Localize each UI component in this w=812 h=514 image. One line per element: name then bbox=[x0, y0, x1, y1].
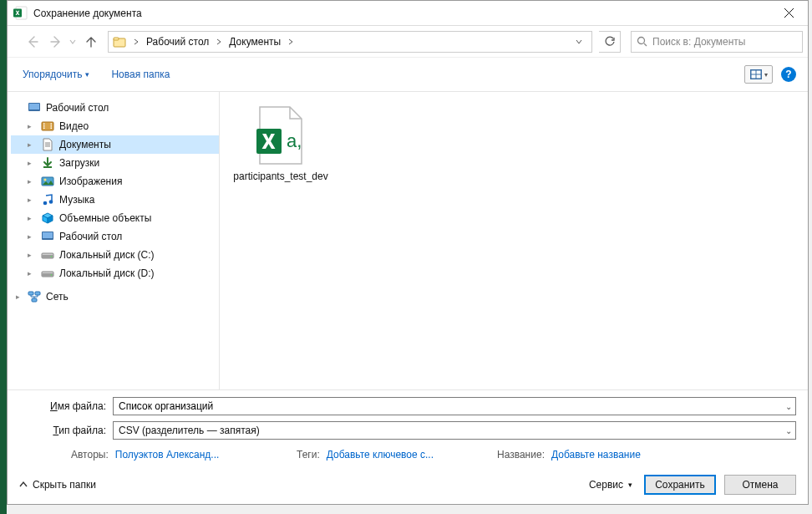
new-folder-button[interactable]: Новая папка bbox=[111, 69, 170, 80]
organize-menu[interactable]: Упорядочить ▾ bbox=[19, 65, 93, 84]
refresh-button[interactable] bbox=[599, 31, 621, 53]
hide-folders-button[interactable]: Скрыть папки bbox=[19, 479, 96, 491]
address-dropdown[interactable] bbox=[570, 38, 588, 45]
arrow-left-icon bbox=[26, 35, 39, 48]
hide-folders-label: Скрыть папки bbox=[33, 479, 96, 491]
address-bar[interactable]: Рабочий стол Документы bbox=[108, 31, 592, 53]
chevron-down-icon[interactable]: ⌄ bbox=[785, 426, 792, 435]
footer: Имя файла: ⌄ Тип файла: CSV (разделитель… bbox=[8, 390, 808, 466]
expand-icon[interactable]: ▸ bbox=[28, 140, 38, 149]
search-icon bbox=[637, 36, 647, 47]
breadcrumb-chevron[interactable] bbox=[130, 38, 142, 45]
tree-root-desktop[interactable]: Рабочий стол bbox=[11, 99, 219, 117]
titlebar: Сохранение документа bbox=[8, 1, 808, 26]
file-label: participants_test_dev bbox=[233, 170, 327, 184]
save-button[interactable]: Сохранить bbox=[644, 475, 716, 495]
svg-rect-18 bbox=[51, 128, 53, 130]
nav-forward-button[interactable] bbox=[46, 32, 66, 52]
svg-rect-34 bbox=[32, 298, 37, 302]
images-icon bbox=[41, 175, 54, 188]
nav-up-button[interactable] bbox=[81, 32, 101, 52]
navbar: Рабочий стол Документы bbox=[8, 26, 808, 58]
svg-point-22 bbox=[43, 201, 48, 206]
tree-item[interactable]: ▸Музыка bbox=[11, 191, 219, 209]
tree-item[interactable]: ▸Загрузки bbox=[11, 154, 219, 172]
breadcrumb-chevron[interactable] bbox=[285, 38, 297, 45]
tree-label: Загрузки bbox=[59, 157, 99, 169]
close-button[interactable] bbox=[769, 1, 808, 26]
expand-icon[interactable]: ▸ bbox=[16, 293, 26, 301]
tree-label: Объемные объекты bbox=[59, 212, 151, 224]
svg-rect-9 bbox=[756, 75, 760, 79]
tree-label: Локальный диск (C:) bbox=[59, 249, 155, 261]
tags-value[interactable]: Добавьте ключевое с... bbox=[327, 449, 434, 461]
chevron-down-icon[interactable]: ⌄ bbox=[785, 402, 792, 411]
tree-label: Изображения bbox=[59, 176, 122, 187]
body-area: Рабочий стол ▸Видео▸Документы▸Загрузки▸И… bbox=[8, 91, 808, 390]
arrow-up-icon bbox=[84, 35, 98, 48]
svg-rect-25 bbox=[43, 232, 53, 238]
command-bar: Упорядочить ▾ Новая папка ▾ ? bbox=[8, 58, 808, 91]
expand-icon[interactable]: ▸ bbox=[28, 177, 38, 186]
svg-point-4 bbox=[638, 38, 645, 44]
svg-rect-32 bbox=[28, 292, 33, 295]
nav-tree: Рабочий стол ▸Видео▸Документы▸Загрузки▸И… bbox=[8, 92, 220, 389]
drive-icon bbox=[41, 267, 54, 280]
tree-item[interactable]: ▸Локальный диск (C:) bbox=[11, 246, 219, 264]
view-mode-button[interactable]: ▾ bbox=[744, 65, 773, 84]
breadcrumb-segment[interactable]: Рабочий стол bbox=[142, 33, 213, 51]
breadcrumb-segment[interactable]: Документы bbox=[225, 33, 285, 51]
filename-input[interactable] bbox=[119, 400, 777, 412]
chevron-down-icon: ▾ bbox=[764, 71, 768, 79]
svg-point-21 bbox=[44, 179, 47, 181]
expand-icon[interactable]: ▸ bbox=[28, 232, 38, 241]
drive-icon bbox=[41, 248, 54, 262]
breadcrumb-chevron[interactable] bbox=[213, 38, 225, 45]
help-button[interactable]: ? bbox=[781, 67, 796, 82]
nav-back-button[interactable] bbox=[23, 32, 43, 52]
tools-label: Сервис bbox=[589, 479, 623, 491]
svg-rect-7 bbox=[756, 71, 760, 74]
action-row: Скрыть папки Сервис ▾ Сохранить Отмена bbox=[8, 466, 808, 504]
svg-rect-6 bbox=[751, 71, 755, 74]
expand-icon[interactable]: ▸ bbox=[28, 251, 38, 259]
video-icon bbox=[41, 120, 54, 133]
expand-icon[interactable]: ▸ bbox=[28, 269, 38, 277]
tree-item[interactable]: ▸Видео bbox=[11, 117, 219, 135]
tree-label: Документы bbox=[59, 139, 111, 150]
tree-item[interactable]: ▸Документы bbox=[11, 135, 219, 154]
tree-item[interactable]: ▸Объемные объекты bbox=[11, 209, 219, 227]
svg-rect-13 bbox=[43, 124, 45, 125]
search-box[interactable] bbox=[631, 31, 803, 53]
doc-title-value[interactable]: Добавьте название bbox=[551, 449, 641, 461]
expand-icon[interactable]: ▸ bbox=[28, 159, 38, 167]
nav-recent-dropdown[interactable] bbox=[69, 38, 78, 45]
dialog-title: Сохранение документа bbox=[33, 8, 769, 19]
tree-label: Сеть bbox=[46, 291, 69, 303]
file-list[interactable]: a, participants_test_dev bbox=[220, 92, 808, 389]
filetype-combobox[interactable]: CSV (разделитель — запятая) ⌄ bbox=[113, 421, 796, 440]
tree-item[interactable]: ▸Локальный диск (D:) bbox=[11, 264, 219, 282]
tree-network[interactable]: ▸ Сеть bbox=[11, 288, 219, 306]
desktop-icon bbox=[28, 101, 41, 115]
search-input[interactable] bbox=[652, 36, 797, 48]
chevron-up-icon bbox=[19, 481, 28, 489]
chevron-down-icon: ▾ bbox=[85, 70, 89, 79]
tools-menu[interactable]: Сервис ▾ bbox=[586, 479, 636, 491]
excel-app-accent bbox=[0, 0, 7, 514]
svg-point-31 bbox=[51, 274, 53, 276]
tree-item[interactable]: ▸Рабочий стол bbox=[11, 227, 219, 246]
expand-icon[interactable]: ▸ bbox=[28, 214, 38, 222]
file-item[interactable]: a, participants_test_dev bbox=[235, 104, 327, 184]
arrow-right-icon bbox=[49, 35, 63, 48]
svg-rect-14 bbox=[43, 125, 45, 127]
expand-icon[interactable]: ▸ bbox=[28, 196, 38, 204]
filename-combobox[interactable]: ⌄ bbox=[113, 397, 796, 415]
tree-item[interactable]: ▸Изображения bbox=[11, 172, 219, 191]
authors-value[interactable]: Полуэктов Александ... bbox=[115, 449, 220, 461]
expand-icon[interactable]: ▸ bbox=[28, 122, 38, 130]
cancel-button[interactable]: Отмена bbox=[724, 475, 796, 495]
svg-rect-15 bbox=[43, 128, 45, 130]
document-icon bbox=[41, 138, 54, 151]
chevron-down-icon bbox=[69, 38, 76, 45]
